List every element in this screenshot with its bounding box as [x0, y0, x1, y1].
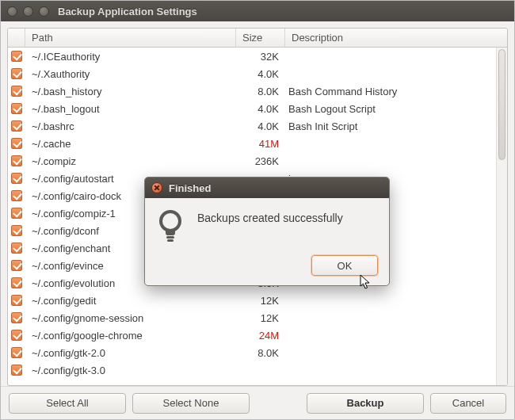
row-checkbox[interactable]	[11, 365, 22, 376]
row-checkbox-cell	[8, 225, 25, 236]
select-none-button[interactable]: Select None	[132, 393, 250, 414]
table-row[interactable]: ~/.config/gtk-2.08.0K	[8, 344, 507, 361]
table-row[interactable]: ~/.bash_history8.0KBash Command History	[8, 82, 507, 100]
row-checkbox[interactable]	[11, 86, 22, 97]
row-checkbox-cell	[8, 208, 25, 219]
row-checkbox-cell	[8, 365, 25, 376]
row-checkbox[interactable]	[11, 68, 22, 79]
row-size: 8.0K	[236, 347, 285, 359]
table-row[interactable]: ~/.config/gedit12K	[8, 292, 507, 309]
row-checkbox[interactable]	[11, 120, 22, 132]
backup-button[interactable]: Backup	[307, 393, 424, 414]
svg-rect-2	[167, 239, 174, 242]
row-size: 4.0K	[236, 120, 285, 132]
lightbulb-icon	[156, 209, 185, 244]
row-checkbox[interactable]	[11, 347, 22, 358]
row-checkbox[interactable]	[11, 295, 22, 306]
cancel-button[interactable]: Cancel	[430, 393, 506, 414]
list-header: Path Size Description	[8, 29, 507, 48]
row-path: ~/.ICEauthority	[25, 51, 236, 63]
header-size[interactable]: Size	[236, 29, 285, 47]
row-checkbox[interactable]	[11, 208, 22, 219]
row-description: Bash Command History	[285, 86, 507, 97]
row-path: ~/.config/google-chrome	[25, 330, 236, 342]
scrollbar-track[interactable]	[496, 48, 507, 385]
row-checkbox[interactable]	[11, 225, 22, 236]
row-checkbox[interactable]	[11, 277, 22, 288]
row-checkbox-cell	[8, 68, 25, 79]
row-checkbox-cell	[8, 86, 25, 97]
select-all-button[interactable]: Select All	[9, 393, 126, 414]
table-row[interactable]: ~/.config/gtk-3.0	[8, 361, 507, 379]
row-checkbox-cell	[8, 120, 25, 132]
svg-rect-1	[166, 236, 174, 239]
table-row[interactable]: ~/.ICEauthority32K	[8, 48, 507, 65]
row-path: ~/.Xauthority	[25, 68, 236, 80]
table-row[interactable]: ~/.config/google-chrome24M	[8, 326, 507, 344]
row-size: 32K	[236, 51, 285, 63]
row-description: Bash Init Script	[285, 120, 507, 132]
row-checkbox[interactable]	[11, 330, 22, 341]
row-path: ~/.bashrc	[25, 120, 236, 132]
row-checkbox-cell	[8, 330, 25, 341]
row-checkbox-cell	[8, 51, 25, 62]
header-check-col[interactable]	[8, 29, 25, 47]
row-size: 24M	[236, 330, 285, 342]
row-path: ~/.config/gtk-2.0	[25, 347, 236, 359]
table-row[interactable]: ~/.bashrc4.0KBash Init Script	[8, 117, 507, 135]
row-checkbox[interactable]	[11, 173, 22, 184]
scrollbar-thumb[interactable]	[498, 49, 505, 160]
row-checkbox-cell	[8, 277, 25, 288]
dialog-titlebar[interactable]: Finished	[145, 178, 389, 198]
row-checkbox[interactable]	[11, 260, 22, 271]
row-path: ~/.config/gtk-3.0	[25, 365, 236, 376]
titlebar[interactable]: Backup Application Settings	[1, 1, 514, 21]
row-path: ~/.bash_logout	[25, 103, 236, 115]
dialog-title: Finished	[169, 182, 211, 194]
row-checkbox-cell	[8, 190, 25, 201]
row-size: 4.0K	[236, 68, 285, 80]
table-row[interactable]: ~/.compiz236K	[8, 152, 507, 170]
window-minimize-icon[interactable]	[23, 6, 33, 17]
row-checkbox-cell	[8, 155, 25, 166]
table-row[interactable]: ~/.Xauthority4.0K	[8, 65, 507, 82]
row-checkbox-cell	[8, 312, 25, 323]
row-checkbox-cell	[8, 295, 25, 306]
dialog-body: Backups created successfully OK	[145, 198, 389, 285]
header-path[interactable]: Path	[25, 29, 236, 47]
row-checkbox-cell	[8, 242, 25, 254]
row-size: 12K	[236, 312, 285, 324]
row-path: ~/.config/gnome-session	[25, 312, 236, 324]
row-checkbox[interactable]	[11, 51, 22, 62]
footer-toolbar: Select All Select None Backup Cancel	[1, 386, 514, 419]
window-maximize-icon[interactable]	[39, 6, 49, 17]
row-checkbox[interactable]	[11, 190, 22, 201]
row-path: ~/.config/gedit	[25, 295, 236, 307]
header-description[interactable]: Description	[285, 29, 507, 47]
row-size: 236K	[236, 155, 285, 167]
table-row[interactable]: ~/.config/gnome-session12K	[8, 309, 507, 326]
dialog-close-icon[interactable]	[151, 182, 162, 193]
row-description: Bash Logout Script	[285, 103, 507, 115]
table-row[interactable]: ~/.bash_logout4.0KBash Logout Script	[8, 100, 507, 117]
row-checkbox[interactable]	[11, 155, 22, 166]
row-path: ~/.compiz	[25, 155, 236, 167]
main-window: Backup Application Settings Path Size De…	[0, 0, 515, 420]
row-checkbox[interactable]	[11, 242, 22, 254]
row-checkbox-cell	[8, 173, 25, 184]
row-checkbox-cell	[8, 103, 25, 114]
table-row[interactable]: ~/.cache41M	[8, 135, 507, 152]
row-checkbox-cell	[8, 260, 25, 271]
row-checkbox[interactable]	[11, 312, 22, 323]
row-checkbox[interactable]	[11, 103, 22, 114]
svg-point-0	[161, 212, 180, 231]
row-path: ~/.cache	[25, 138, 236, 150]
row-size: 41M	[236, 138, 285, 150]
finished-dialog: Finished Backups created successfully OK	[144, 177, 390, 286]
row-path: ~/.bash_history	[25, 86, 236, 97]
row-checkbox[interactable]	[11, 138, 22, 149]
dialog-ok-button[interactable]: OK	[311, 255, 378, 276]
row-size: 12K	[236, 295, 285, 307]
window-close-icon[interactable]	[7, 6, 17, 17]
row-size: 8.0K	[236, 86, 285, 97]
